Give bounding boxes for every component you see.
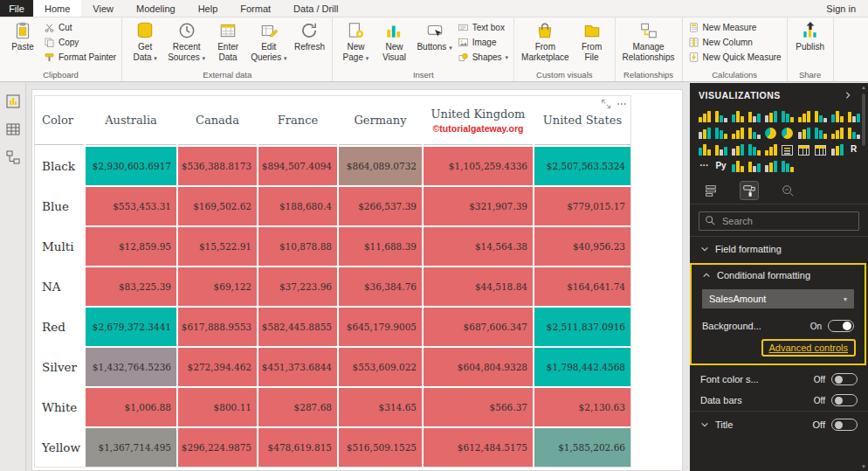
ribbon-new-measure-button[interactable]: New Measure <box>688 22 782 33</box>
matrix-cell[interactable]: $15,522.91 <box>178 227 257 266</box>
ribbon-copy-button[interactable]: Copy <box>44 37 116 48</box>
visual-type-ellipsis-icon[interactable]: ··· <box>697 159 712 172</box>
matrix-column-header[interactable]: France <box>258 96 337 145</box>
visual-type-kpi-icon[interactable] <box>763 142 778 156</box>
visual-type-multi-row-card-icon[interactable] <box>747 142 761 156</box>
visual-type-paginated-report-icon[interactable] <box>730 159 745 172</box>
ribbon-image-button[interactable]: Image <box>458 37 508 48</box>
matrix-cell[interactable]: $10,878.88 <box>258 227 337 266</box>
matrix-cell[interactable]: $272,394.462 <box>178 348 257 386</box>
visual-type-stacked-bar-icon[interactable] <box>697 109 712 122</box>
file-menu-button[interactable]: File <box>0 0 33 17</box>
matrix-cell[interactable]: $69,122 <box>178 267 257 306</box>
visual-type-line-icon[interactable] <box>796 109 811 122</box>
ribbon-shapes-button[interactable]: Shapes ▾ <box>458 52 508 63</box>
data-bars-toggle[interactable] <box>831 394 858 406</box>
report-view-button[interactable] <box>5 94 21 109</box>
matrix-cell[interactable]: $604,804.9328 <box>424 348 533 386</box>
visual-type-100-stacked-bar-icon[interactable] <box>763 109 778 122</box>
visual-type-slicer-icon[interactable] <box>780 142 795 156</box>
ribbon-recent-sources-button[interactable]: Recent Sources ▾ <box>164 18 209 63</box>
matrix-row-label[interactable]: Black <box>35 147 84 185</box>
matrix-cell[interactable]: $14,564.38 <box>424 227 533 266</box>
matrix-row-label[interactable]: Blue <box>35 187 84 225</box>
visual-type-map-icon[interactable] <box>813 126 828 139</box>
collapse-panel-icon[interactable] <box>844 91 852 100</box>
matrix-cell[interactable]: $617,888.9553 <box>178 308 257 346</box>
tab-format[interactable] <box>741 182 758 199</box>
matrix-cell[interactable]: $451,373.6844 <box>258 348 337 386</box>
matrix-cell[interactable]: $296,224.9875 <box>178 428 257 467</box>
visual-type-gauge-icon[interactable] <box>713 142 728 156</box>
title-toggle[interactable] <box>831 419 858 431</box>
font-color-toggle[interactable] <box>831 373 858 385</box>
ribbon-text-box-button[interactable]: Text box <box>458 22 508 33</box>
matrix-row-label[interactable]: Red <box>35 308 84 346</box>
matrix-column-header[interactable]: Australia <box>86 96 176 145</box>
ribbon-new-page-button[interactable]: New Page ▾ <box>336 18 375 63</box>
matrix-cell[interactable]: $287.68 <box>258 388 337 426</box>
matrix-cell[interactable]: $1,798,442.4568 <box>534 348 630 386</box>
matrix-row-label[interactable]: Multi <box>35 227 84 266</box>
visual-type-table-icon[interactable] <box>796 142 811 156</box>
matrix-column-header[interactable]: Color <box>35 96 84 145</box>
matrix-cell[interactable]: $894,507.4094 <box>258 147 337 185</box>
matrix-cell[interactable]: $582,445.8855 <box>258 308 337 346</box>
matrix-cell[interactable]: $2,130.63 <box>534 388 630 426</box>
ribbon-paste-button[interactable]: Paste <box>3 18 42 53</box>
tab-fields[interactable] <box>702 182 720 199</box>
matrix-row-label[interactable]: White <box>35 388 84 426</box>
visual-type-area-icon[interactable] <box>813 109 828 122</box>
matrix-cell[interactable]: $2,511,837.0916 <box>534 308 630 346</box>
visual-type-qna-icon[interactable] <box>763 159 778 172</box>
visual-type-scatter-icon[interactable] <box>747 126 761 139</box>
matrix-cell[interactable]: $11,688.39 <box>339 227 422 266</box>
visual-type-stacked-column-icon[interactable] <box>713 109 728 122</box>
visual-type-python-icon[interactable]: Py <box>713 159 728 172</box>
matrix-cell[interactable]: $1,585,202.66 <box>534 428 630 467</box>
matrix-cell[interactable]: $536,388.8173 <box>178 147 257 185</box>
section-conditional-formatting[interactable]: Conditional formatting <box>692 265 865 287</box>
visual-type-matrix-icon[interactable] <box>813 142 828 156</box>
ribbon-format-painter-button[interactable]: Format Painter <box>44 52 116 63</box>
matrix-row-label[interactable]: NA <box>35 267 84 306</box>
matrix-cell[interactable]: $1,105,259.4336 <box>424 147 533 185</box>
matrix-column-header[interactable]: United Kingdom©tutorialgateway.org <box>424 96 533 145</box>
visual-type-pie-icon[interactable] <box>763 126 778 139</box>
matrix-cell[interactable]: $1,432,764.5236 <box>86 348 176 386</box>
background-toggle[interactable] <box>828 320 854 332</box>
ribbon-cut-button[interactable]: Cut <box>44 22 116 33</box>
matrix-cell[interactable]: $478,619.815 <box>258 428 337 467</box>
matrix-column-header[interactable]: Germany <box>339 96 422 145</box>
sign-in-button[interactable]: Sign in <box>814 0 868 17</box>
matrix-cell[interactable]: $2,507,563.5324 <box>534 147 630 185</box>
ribbon-from-marketplace-button[interactable]: From Marketplace <box>518 18 572 63</box>
matrix-column-header[interactable]: Canada <box>178 96 257 145</box>
matrix-cell[interactable]: $566.37 <box>424 388 533 426</box>
tab-home[interactable]: Home <box>33 0 81 17</box>
panel-scrollbar[interactable]: ▲ ▼ <box>859 83 868 471</box>
matrix-cell[interactable]: $553,453.31 <box>86 187 176 225</box>
matrix-cell[interactable]: $321,907.39 <box>424 187 533 225</box>
focus-mode-icon[interactable] <box>601 99 611 109</box>
matrix-cell[interactable]: $40,956.23 <box>534 227 630 266</box>
matrix-cell[interactable]: $36,384.76 <box>339 267 422 306</box>
section-field-formatting[interactable]: Field formatting <box>690 236 868 261</box>
matrix-cell[interactable]: $864,089.0732 <box>339 147 422 185</box>
matrix-row-label[interactable]: Silver <box>35 348 84 386</box>
visual-type-clustered-column-icon[interactable] <box>747 109 761 122</box>
matrix-visual[interactable]: ColorAustraliaCanadaFranceGermanyUnited … <box>34 95 631 468</box>
more-options-icon[interactable] <box>617 99 627 109</box>
section-title[interactable]: Title Off <box>690 411 868 438</box>
matrix-cell[interactable]: $37,223.96 <box>258 267 337 306</box>
ribbon-edit-queries-button[interactable]: Edit Queries ▾ <box>247 18 290 63</box>
tab-analytics[interactable] <box>779 182 796 199</box>
matrix-cell[interactable]: $314.65 <box>339 388 422 426</box>
matrix-cell[interactable]: $516,509.1525 <box>339 428 422 467</box>
visual-type-100-stacked-column-icon[interactable] <box>780 109 795 122</box>
visual-type-clustered-bar-icon[interactable] <box>730 109 745 122</box>
matrix-cell[interactable]: $2,679,372.3441 <box>86 308 176 346</box>
visual-type-arcgis-map-icon[interactable] <box>830 142 844 156</box>
matrix-cell[interactable]: $553,609.022 <box>339 348 422 386</box>
matrix-cell[interactable]: $83,225.39 <box>86 267 176 306</box>
